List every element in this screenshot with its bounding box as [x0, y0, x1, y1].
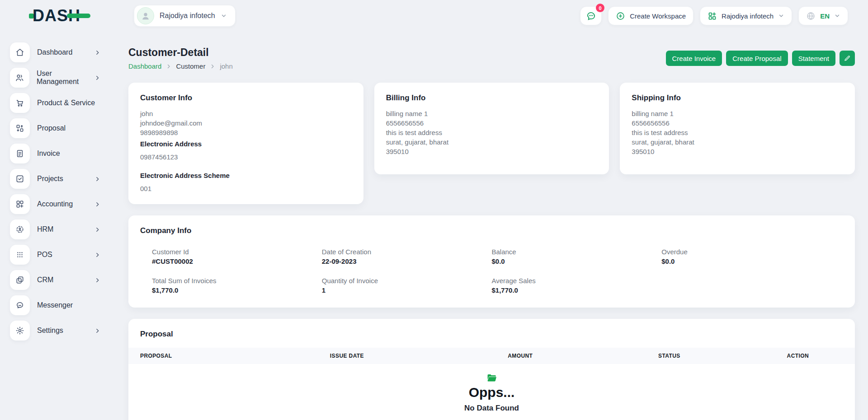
field-value: $0.0: [492, 257, 662, 265]
sidebar-item-label: User Management: [37, 70, 94, 86]
chevron-right-icon: [94, 277, 100, 283]
field-value: $0.0: [661, 257, 831, 265]
hrm-icon: [10, 219, 30, 239]
field-label: Overdue: [661, 248, 831, 256]
chevron-right-icon: [94, 227, 100, 233]
sidebar-item-pos[interactable]: POS: [10, 245, 113, 265]
empty-state: Opps... No Data Found: [128, 364, 855, 413]
proposal-table-card: Proposal PROPOSAL ISSUE DATE AMOUNT STAT…: [128, 319, 855, 420]
column-header-status: STATUS: [658, 353, 787, 359]
sidebar-item-dashboard[interactable]: Dashboard: [10, 42, 113, 62]
settings-icon: [10, 321, 30, 341]
language-code: EN: [820, 12, 830, 20]
cart-icon: [10, 93, 30, 113]
topbar: DASH Rajodiya infotech 0 Create Workspac…: [0, 0, 868, 32]
electronic-address-value: 0987456123: [140, 152, 352, 162]
globe-icon: [806, 11, 816, 21]
home-icon: [10, 42, 30, 62]
edit-customer-button[interactable]: [840, 51, 855, 66]
card-title: Company Info: [140, 226, 843, 235]
chevron-right-icon: [166, 64, 171, 69]
billing-zip: 395010: [386, 147, 598, 156]
sidebar-item-accounting[interactable]: Accounting: [10, 194, 113, 214]
sidebar-item-invoice[interactable]: Invoice: [10, 144, 113, 163]
plus-circle-icon: [616, 11, 625, 21]
shipping-name: billing name 1: [632, 109, 843, 118]
field-balance: Balance $0.0: [492, 248, 662, 265]
statement-button[interactable]: Statement: [792, 51, 835, 66]
chevron-right-icon: [210, 64, 215, 69]
proposal-icon: [10, 118, 30, 138]
shipping-info-card: Shipping Info billing name 1 6556656556 …: [620, 83, 855, 174]
sidebar-item-label: Dashboard: [37, 48, 72, 56]
customer-name: john: [140, 109, 352, 118]
breadcrumb: Dashboard Customer john: [128, 62, 233, 70]
customer-info-card: Customer Info john johndoe@gmail.com 989…: [128, 83, 363, 204]
breadcrumb-dashboard[interactable]: Dashboard: [128, 62, 161, 70]
grid-plus-icon: [708, 11, 717, 21]
workspace-selector[interactable]: Rajodiya infotech: [134, 5, 236, 27]
chevron-down-icon: [778, 13, 784, 19]
field-label: Quantity of Invoice: [322, 277, 492, 285]
pencil-icon: [844, 55, 851, 62]
field-customer-id: Customer Id #CUST00002: [152, 248, 322, 265]
sidebar-item-user-management[interactable]: User Management: [10, 68, 113, 88]
sidebar-item-hrm[interactable]: HRM: [10, 219, 113, 239]
sidebar-item-proposal[interactable]: Proposal: [10, 118, 113, 138]
invoice-icon: [10, 144, 30, 163]
create-workspace-label: Create Workspace: [630, 12, 686, 20]
chevron-right-icon: [94, 75, 100, 81]
field-date-of-creation: Date of Creation 22-09-2023: [322, 248, 492, 265]
create-proposal-button[interactable]: Create Proposal: [726, 51, 788, 66]
sidebar-item-label: HRM: [37, 225, 53, 233]
users-icon: [10, 68, 29, 88]
chevron-right-icon: [94, 328, 100, 334]
billing-address: this is test address: [386, 128, 598, 137]
avatar: [137, 7, 154, 24]
company-info-card: Company Info Customer Id #CUST00002 Date…: [128, 215, 855, 308]
field-average-sales: Average Sales $1,770.0: [492, 277, 662, 294]
create-invoice-button[interactable]: Create Invoice: [666, 51, 722, 66]
sidebar-item-label: Accounting: [37, 200, 73, 208]
empty-state-message: No Data Found: [128, 404, 855, 413]
field-total-sum-of-invoices: Total Sum of Invoices $1,770.0: [152, 277, 322, 294]
sidebar-item-messenger[interactable]: Messenger: [10, 295, 113, 315]
column-header-action: ACTION: [787, 353, 843, 359]
sidebar-item-product-service[interactable]: Product & Service: [10, 93, 113, 113]
folder-icon: [487, 374, 497, 382]
proposal-table-header: PROPOSAL ISSUE DATE AMOUNT STATUS ACTION: [128, 348, 855, 364]
shipping-city: surat, gujarat, bharat: [632, 137, 843, 147]
proposal-section-title: Proposal: [128, 330, 855, 339]
breadcrumb-customer[interactable]: Customer: [176, 62, 205, 70]
shipping-zip: 395010: [632, 147, 843, 156]
page-title: Customer-Detail: [128, 47, 233, 59]
sidebar-item-label: Settings: [37, 327, 63, 335]
customer-phone: 9898989898: [140, 128, 352, 137]
chevron-right-icon: [94, 176, 100, 182]
sidebar-item-label: Projects: [37, 175, 63, 183]
field-value: 1: [322, 286, 492, 294]
electronic-address-label: Electronic Address: [140, 140, 352, 148]
field-overdue: Overdue $0.0: [661, 248, 831, 265]
app-logo[interactable]: DASH: [29, 8, 113, 24]
crm-icon: [10, 270, 30, 290]
field-label: Total Sum of Invoices: [152, 277, 322, 285]
messages-button[interactable]: 0: [580, 6, 602, 25]
sidebar-item-crm[interactable]: CRM: [10, 270, 113, 290]
empty-state-heading: Opps...: [128, 385, 855, 400]
sidebar-item-label: POS: [37, 251, 52, 259]
sidebar-item-label: Messenger: [37, 301, 73, 309]
chevron-down-icon: [221, 13, 227, 19]
chat-icon: [586, 11, 596, 21]
company-switcher[interactable]: Rajodiya infotech: [700, 6, 792, 25]
create-workspace-button[interactable]: Create Workspace: [608, 6, 693, 25]
main-content: Customer-Detail Dashboard Customer john …: [113, 32, 868, 420]
language-selector[interactable]: EN: [798, 6, 848, 25]
chevron-down-icon: [834, 13, 840, 19]
column-header-issue-date: ISSUE DATE: [330, 353, 508, 359]
sidebar-item-projects[interactable]: Projects: [10, 169, 113, 189]
electronic-address-scheme-label: Electronic Address Scheme: [140, 172, 352, 179]
shipping-address: this is test address: [632, 128, 843, 137]
sidebar-item-settings[interactable]: Settings: [10, 321, 113, 341]
chevron-right-icon: [94, 50, 100, 56]
